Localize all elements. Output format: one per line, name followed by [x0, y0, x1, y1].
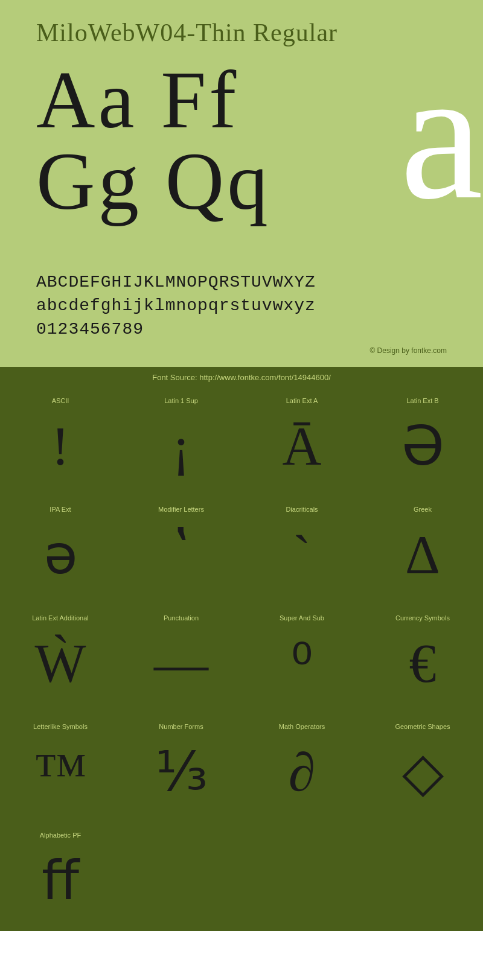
- unicode-block-glyph: `: [293, 518, 311, 593]
- unicode-cell: Latin Ext AdditionalẀ: [0, 605, 121, 714]
- unicode-cell: Modifier Lettersʽ: [121, 497, 242, 605]
- unicode-cell: Latin Ext BƏ: [362, 388, 483, 497]
- bottom-section: Font Source: http://www.fontke.com/font/…: [0, 367, 483, 931]
- unicode-block-label: Math Operators: [279, 723, 325, 730]
- unicode-block-label: Letterlike Symbols: [33, 723, 88, 730]
- unicode-block-label: Punctuation: [164, 614, 199, 622]
- unicode-block-glyph: ◇: [402, 735, 444, 810]
- unicode-cell: Latin Ext AĀ: [242, 388, 362, 497]
- unicode-cell: ASCII!: [0, 388, 121, 497]
- unicode-block-label: Number Forms: [159, 723, 203, 730]
- glyph-row-2: Gg Qq: [36, 141, 271, 222]
- unicode-block-glyph: ⅓: [155, 735, 208, 810]
- unicode-block-label: Latin Ext Additional: [32, 614, 89, 622]
- unicode-block-label: ASCII: [52, 397, 69, 404]
- unicode-cell: Number Forms⅓: [121, 714, 242, 822]
- unicode-cell: Currency Symbols€: [362, 605, 483, 714]
- unicode-block-glyph: !: [51, 409, 69, 485]
- unicode-cell: Alphabetic PFﬀ: [0, 822, 121, 931]
- unicode-block-glyph: ¡: [172, 409, 190, 485]
- unicode-block-label: Diacriticals: [286, 506, 318, 513]
- unicode-cell: IPA Extə: [0, 497, 121, 605]
- unicode-block-glyph: Δ: [405, 518, 440, 593]
- unicode-block-glyph: ə: [44, 518, 77, 593]
- unicode-cell: Geometric Shapes◇: [362, 714, 483, 822]
- unicode-block-label: Modifier Letters: [158, 506, 204, 513]
- unicode-block-label: Geometric Shapes: [395, 723, 450, 730]
- unicode-block-glyph: ⁰: [291, 626, 313, 702]
- unicode-grid: ASCII!Latin 1 Sup¡Latin Ext AĀLatin Ext …: [0, 388, 483, 931]
- unicode-block-label: Currency Symbols: [395, 614, 450, 622]
- unicode-cell: Letterlike Symbols™: [0, 714, 121, 822]
- top-section: MiloWebW04-Thin Regular Aa Ff Gg Qq a AB…: [0, 0, 483, 367]
- unicode-cell: Latin 1 Sup¡: [121, 388, 242, 497]
- unicode-block-label: Super And Sub: [280, 614, 324, 622]
- unicode-block-label: IPA Ext: [50, 506, 71, 513]
- unicode-block-glyph: ™: [34, 735, 87, 810]
- unicode-block-label: Latin Ext A: [286, 397, 318, 404]
- unicode-block-glyph: Ā: [283, 409, 322, 485]
- unicode-block-glyph: Ẁ: [35, 626, 86, 702]
- unicode-cell: Punctuation—: [121, 605, 242, 714]
- unicode-cell: Super And Sub⁰: [242, 605, 362, 714]
- unicode-block-label: Latin Ext B: [406, 397, 438, 404]
- alphabet-section: ABCDEFGHIJKLMNOPQRSTUVWXYZ abcdefghijklm…: [36, 270, 447, 342]
- unicode-cell: Math Operators∂: [242, 714, 362, 822]
- digits: 0123456789: [36, 317, 447, 341]
- hero-glyph-a: a: [400, 41, 483, 228]
- copyright: © Design by fontke.com: [36, 346, 447, 355]
- unicode-cell: GreekΔ: [362, 497, 483, 605]
- font-source: Font Source: http://www.fontke.com/font/…: [0, 367, 483, 388]
- glyph-row-1: Aa Ff: [36, 59, 271, 141]
- unicode-block-label: Greek: [414, 506, 432, 513]
- unicode-block-glyph: €: [409, 626, 437, 702]
- uppercase-alphabet: ABCDEFGHIJKLMNOPQRSTUVWXYZ: [36, 270, 447, 294]
- lowercase-alphabet: abcdefghijklmnopqrstuvwxyz: [36, 294, 447, 317]
- unicode-block-label: Alphabetic PF: [40, 832, 81, 839]
- unicode-block-glyph: ﬀ: [42, 844, 79, 919]
- unicode-block-glyph: —: [154, 626, 208, 702]
- unicode-cell: Diacriticals`: [242, 497, 362, 605]
- unicode-block-label: Latin 1 Sup: [164, 397, 198, 404]
- unicode-block-glyph: Ə: [401, 409, 444, 485]
- unicode-block-glyph: ∂: [289, 735, 315, 810]
- font-title: MiloWebW04-Thin Regular: [36, 18, 447, 47]
- unicode-block-glyph: ʽ: [173, 518, 190, 593]
